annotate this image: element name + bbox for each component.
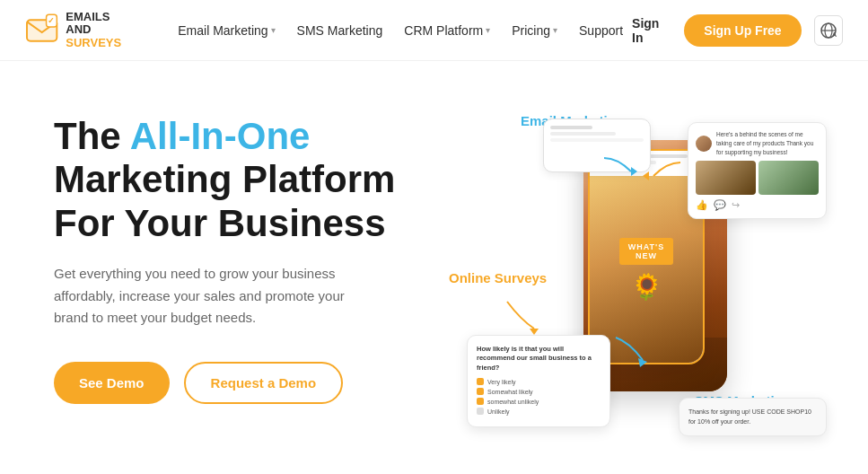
hero-title: The All-In-One Marketing PlatformFor You… bbox=[54, 115, 431, 245]
see-demo-button[interactable]: See Demo bbox=[54, 362, 170, 404]
share-icon: ↪ bbox=[732, 199, 740, 211]
navbar: ✓ EMAILS AND SURVEYS Email Marketing ▾ S… bbox=[0, 0, 868, 61]
svg-text:A: A bbox=[832, 31, 837, 38]
social-card-header: Here's a behind the scenes of me taking … bbox=[696, 130, 819, 156]
social-image-1 bbox=[696, 161, 756, 195]
sign-up-button[interactable]: Sign Up Free bbox=[684, 14, 801, 47]
nav-sms-marketing[interactable]: SMS Marketing bbox=[288, 18, 392, 43]
social-images bbox=[696, 161, 819, 195]
nav-right-actions: Sign In Sign Up Free A bbox=[632, 14, 843, 47]
logo[interactable]: ✓ EMAILS AND SURVEYS bbox=[25, 11, 136, 49]
social-avatar bbox=[696, 136, 712, 152]
arrow-surveys bbox=[503, 297, 539, 333]
sign-in-link[interactable]: Sign In bbox=[632, 16, 671, 45]
nav-support[interactable]: Support bbox=[570, 18, 632, 43]
survey-option-1: Very likely bbox=[477, 378, 601, 385]
hero-section: The All-In-One Marketing PlatformFor You… bbox=[0, 61, 868, 474]
chevron-down-icon: ▾ bbox=[553, 25, 557, 35]
social-action-bar: 👍 💬 ↪ bbox=[696, 199, 819, 211]
translate-icon[interactable]: A bbox=[814, 15, 843, 46]
logo-surveys-text: SURVEYS bbox=[66, 36, 121, 49]
nav-crm-platform[interactable]: CRM Platform ▾ bbox=[395, 18, 499, 43]
request-demo-button[interactable]: Request a Demo bbox=[184, 362, 344, 404]
arrow-sms bbox=[611, 333, 647, 364]
survey-option-2: Somewhat likely bbox=[477, 388, 601, 395]
chevron-down-icon: ▾ bbox=[486, 25, 490, 35]
svg-marker-9 bbox=[530, 329, 539, 335]
survey-question: How likely is it that you will recommend… bbox=[477, 345, 601, 373]
logo-emails-text: EMAILS AND bbox=[66, 10, 110, 36]
sms-message: Thanks for signing up! USE CODE SHOP10 f… bbox=[688, 408, 817, 426]
hero-illustration: Email Marketing Online Surveys Social Me… bbox=[449, 104, 836, 463]
hero-buttons: See Demo Request a Demo bbox=[54, 362, 431, 404]
nav-links: Email Marketing ▾ SMS Marketing CRM Plat… bbox=[169, 18, 632, 43]
svg-text:✓: ✓ bbox=[48, 17, 55, 26]
survey-option-3: somewhat unlikely bbox=[477, 398, 601, 405]
arrow-email bbox=[600, 154, 636, 189]
hero-highlight: All-In-One bbox=[130, 115, 311, 157]
arrow-social bbox=[649, 158, 685, 189]
comment-icon: 💬 bbox=[714, 199, 726, 211]
social-image-2 bbox=[758, 161, 819, 195]
hero-left: The All-In-One Marketing PlatformFor You… bbox=[54, 104, 431, 404]
like-icon: 👍 bbox=[696, 199, 708, 211]
logo-icon: ✓ bbox=[25, 13, 58, 47]
social-post-card: Here's a behind the scenes of me taking … bbox=[688, 122, 827, 219]
hero-subtitle: Get everything you need to grow your bus… bbox=[54, 263, 377, 329]
survey-option-4: Unlikely bbox=[477, 408, 601, 415]
sms-card: Thanks for signing up! USE CODE SHOP10 f… bbox=[679, 398, 827, 436]
chevron-down-icon: ▾ bbox=[271, 25, 276, 35]
survey-card: How likely is it that you will recommend… bbox=[467, 335, 610, 428]
social-caption: Here's a behind the scenes of me taking … bbox=[716, 130, 819, 156]
online-surveys-label: Online Surveys bbox=[449, 270, 547, 286]
nav-pricing[interactable]: Pricing ▾ bbox=[503, 18, 566, 43]
nav-email-marketing[interactable]: Email Marketing ▾ bbox=[169, 18, 284, 43]
